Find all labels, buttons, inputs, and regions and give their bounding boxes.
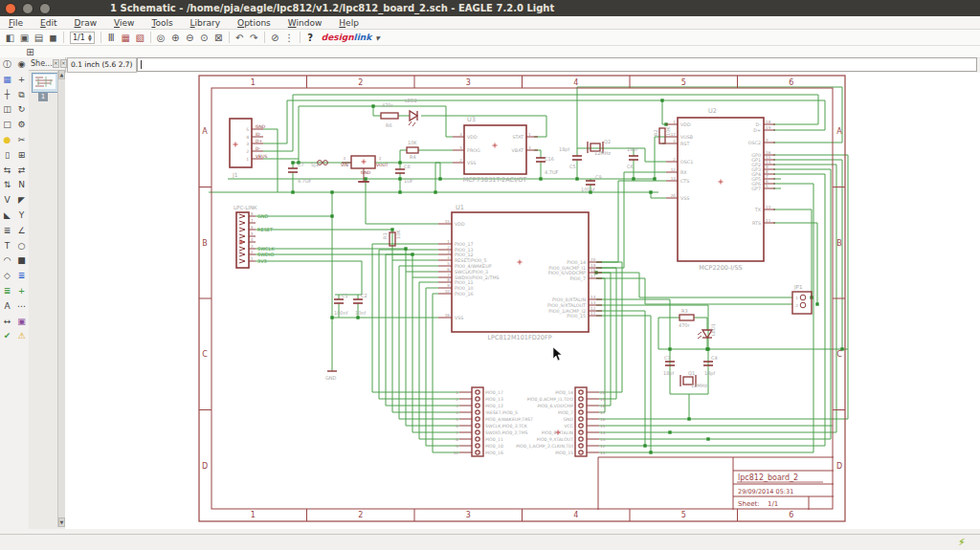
net-junction[interactable] [364, 177, 367, 180]
invoke-icon[interactable]: ≣ [0, 224, 14, 239]
paste-icon[interactable]: ● [0, 133, 14, 148]
net-wire[interactable] [773, 165, 836, 432]
minimize-button[interactable] [22, 3, 33, 14]
print-icon[interactable]: ▤ [32, 32, 46, 44]
net-junction[interactable] [687, 417, 690, 420]
maximize-button[interactable] [39, 3, 51, 14]
close-panel-icon[interactable]: × [60, 59, 67, 68]
title-bar[interactable]: 1 Schematic - /home/pja/eagle/lpc812/v1.… [0, 0, 980, 16]
net-junction[interactable] [649, 190, 652, 193]
sheets-scrollbar[interactable]: ▲ ▼ [57, 70, 65, 527]
erc-icon[interactable]: ✔ [0, 329, 14, 344]
change-icon[interactable]: ⚙ [14, 118, 29, 133]
component-r4[interactable] [407, 147, 418, 153]
designlink-dropdown[interactable]: designlink▼ [322, 33, 380, 42]
net-junction[interactable] [575, 177, 578, 180]
spinner-arrows-icon[interactable]: ▲▼ [88, 33, 92, 41]
net-junction[interactable] [660, 99, 663, 101]
net-junction[interactable] [398, 190, 401, 193]
save-icon[interactable]: ▣ [17, 32, 32, 44]
net-wire[interactable] [662, 100, 666, 124]
sheet-selector[interactable]: 1/1▲▼ [70, 32, 95, 44]
smash-icon[interactable]: ◤ [14, 193, 29, 209]
net-wire[interactable] [596, 181, 666, 262]
net-junction[interactable] [390, 228, 393, 231]
help-button[interactable]: ? [303, 32, 318, 44]
open-icon[interactable]: ◧ [3, 32, 17, 44]
redo-icon[interactable]: ↷ [247, 32, 261, 44]
board-icon[interactable]: ▧ [133, 32, 147, 44]
net-wire[interactable] [263, 95, 818, 151]
net-wire[interactable] [645, 148, 666, 162]
mark-icon[interactable]: + [14, 73, 29, 88]
undo-icon[interactable]: ↶ [233, 32, 247, 44]
menu-view[interactable]: View [105, 18, 143, 28]
net-wire[interactable] [773, 160, 842, 349]
net-junction[interactable] [434, 190, 436, 193]
text-icon[interactable]: T [0, 239, 14, 254]
scroll-up-icon[interactable]: ▲ [58, 70, 65, 79]
menu-draw[interactable]: Draw [66, 18, 106, 28]
schematic-drawing[interactable]: 112233445566AABBCCDDlpc812_board_229/09/… [65, 73, 980, 529]
net-junction[interactable] [330, 214, 333, 217]
net-junction[interactable] [291, 161, 294, 164]
menu-edit[interactable]: Edit [32, 18, 65, 28]
frame-icon[interactable]: ▣ [14, 315, 29, 330]
net-junction[interactable] [356, 316, 359, 319]
net-junction[interactable] [706, 347, 709, 350]
net-wire[interactable] [435, 163, 453, 192]
undock-icon[interactable]: × [53, 59, 59, 68]
go-icon[interactable]: ⋮ [282, 32, 297, 44]
net-junction[interactable] [398, 161, 401, 164]
zoom-out-icon[interactable]: ⊖ [183, 32, 197, 44]
bus-icon[interactable]: ≣ [14, 269, 29, 284]
attribute-icon[interactable]: ⋯ [14, 299, 29, 315]
junction-icon[interactable]: + [14, 284, 29, 299]
net-junction[interactable] [668, 347, 671, 350]
net-wire[interactable] [596, 273, 639, 297]
command-input[interactable] [137, 57, 977, 72]
net-wire[interactable] [596, 268, 616, 399]
net-wire[interactable] [596, 273, 611, 406]
label-icon[interactable]: A [0, 299, 14, 315]
net-junction[interactable] [643, 444, 646, 447]
net-wire[interactable] [694, 318, 707, 330]
info-icon[interactable]: ⓘ [0, 57, 14, 73]
sheets-tab[interactable]: She... × × [29, 57, 65, 71]
net-wire[interactable] [773, 174, 825, 446]
net-wire[interactable] [596, 262, 622, 392]
close-button[interactable] [5, 3, 16, 14]
arc-icon[interactable]: ◠ [0, 253, 14, 269]
net-wire[interactable] [263, 129, 278, 192]
schematic-icon[interactable]: ▦ [119, 32, 133, 44]
component-led2[interactable] [410, 111, 417, 121]
net-junction[interactable] [438, 177, 441, 180]
menu-library[interactable]: Library [182, 18, 229, 28]
show-icon[interactable]: ◉ [14, 57, 29, 73]
zoom-in-icon[interactable]: ⊕ [168, 32, 183, 44]
net-wire[interactable] [400, 150, 407, 163]
net-junction[interactable] [815, 302, 818, 305]
gateswap-icon[interactable]: ⇅ [0, 178, 14, 193]
net-junction[interactable] [330, 316, 333, 319]
component-regulator[interactable] [351, 156, 375, 168]
net-junction[interactable] [404, 247, 407, 250]
component-r6[interactable] [381, 113, 398, 119]
sheet-thumbnail[interactable] [32, 73, 59, 93]
grid-icon[interactable]: ⊞ [23, 46, 37, 58]
net-wire[interactable] [596, 172, 666, 268]
net-junction[interactable] [539, 177, 542, 180]
errors-icon[interactable]: ⚠ [14, 329, 29, 344]
net-junction[interactable] [371, 104, 374, 107]
net-junction[interactable] [668, 430, 671, 433]
rect-icon[interactable]: ■ [14, 253, 29, 269]
net-wire[interactable] [534, 150, 541, 158]
zoom-redraw-icon[interactable]: ⊙ [197, 32, 212, 44]
scroll-down-icon[interactable]: ▼ [58, 517, 65, 527]
replace-icon[interactable]: ⇄ [14, 164, 29, 179]
schematic-canvas[interactable]: 112233445566AABBCCDDlpc812_board_229/09/… [65, 73, 980, 529]
net-junction[interactable] [706, 437, 709, 440]
cut-icon[interactable]: ✂ [14, 133, 29, 148]
pinswap-icon[interactable]: ⇆ [0, 164, 14, 179]
net-wire[interactable] [256, 261, 362, 295]
